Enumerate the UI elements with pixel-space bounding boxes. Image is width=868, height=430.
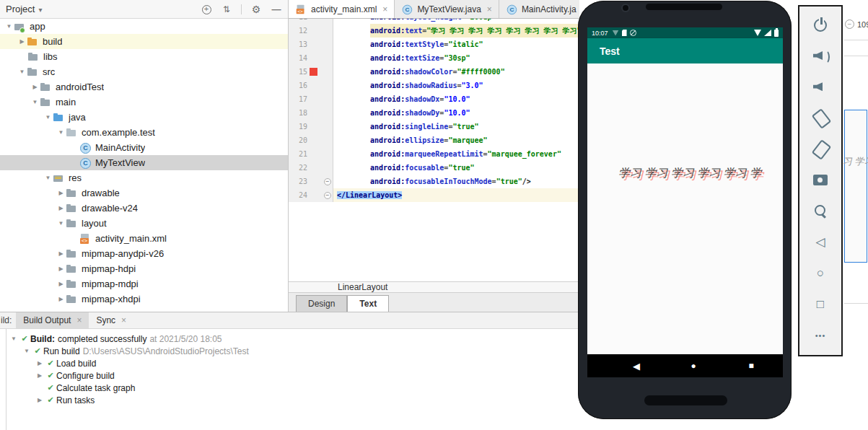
build-step-load-build[interactable]: ▶✔Load build (0, 357, 579, 369)
project-item-layout[interactable]: ▼layout (0, 216, 288, 231)
back-nav-icon[interactable]: ◀ (626, 354, 647, 377)
more-icon[interactable]: ••• (811, 326, 830, 345)
code-line-17[interactable]: 17android:shadowDx="10.0" (289, 92, 579, 106)
project-item-mipmap-mdpi[interactable]: ▶mipmap-mdpi (0, 276, 288, 291)
code-line-12[interactable]: 12android:text="学习 学习 学习 学习 学习 学习 学习 学习" (289, 24, 579, 38)
chevron-down-icon[interactable]: ▼ (30, 99, 40, 105)
rotate-left-icon[interactable] (811, 108, 830, 127)
power-icon[interactable] (811, 15, 830, 34)
camera-icon[interactable] (811, 170, 830, 189)
build-step-run-build[interactable]: ▼✔Run buildD:\Users\ASUS\AndroidStudioPr… (0, 345, 579, 357)
chevron-down-icon[interactable]: ▼ (4, 23, 14, 30)
project-item-libs[interactable]: libs (0, 49, 288, 64)
chevron-down-icon[interactable]: ▼ (22, 348, 32, 354)
breakpoint-icon[interactable] (310, 68, 317, 76)
hide-panel-icon[interactable]: — (271, 4, 282, 15)
rotate-right-icon[interactable] (811, 139, 830, 158)
project-item-mipmap-anydpi-v26[interactable]: ▶mipmap-anydpi-v26 (0, 246, 288, 261)
code-editor[interactable]: 11android:layout_height="200dp"12android… (289, 19, 579, 281)
chevron-right-icon[interactable]: ▶ (56, 266, 66, 272)
tab-activity-main-xml[interactable]: activity_main.xml× (289, 0, 395, 18)
home-nav-icon[interactable]: ● (683, 354, 704, 377)
code-line-23[interactable]: 23−android:focusableInTouchMode="true"/> (289, 175, 579, 188)
breadcrumb-item[interactable]: LinearLayout (338, 282, 387, 292)
volume-up-icon[interactable] (811, 46, 830, 65)
code-line-15[interactable]: 15android:shadowColor="#ffff0000" (289, 65, 579, 79)
code-line-14[interactable]: 14android:textSize="30sp" (289, 51, 579, 65)
chevron-down-icon[interactable]: ▼ (9, 335, 19, 342)
tab-mainactivity-ja[interactable]: MainActivity.ja× (499, 0, 579, 18)
code-line-16[interactable]: 16android:shadowRadius="3.0" (289, 79, 579, 92)
project-view-selector[interactable]: Project (6, 4, 43, 14)
project-item-res[interactable]: ▼res (0, 170, 288, 185)
project-item-drawable-v24[interactable]: ▶drawable-v24 (0, 201, 288, 216)
project-item-drawable[interactable]: ▶drawable (0, 185, 288, 201)
phone-screen[interactable]: 10:07 Test 学习 学习 学习 学习 学习 学 ◀●■ (587, 27, 783, 377)
tree-item-label: mipmap-mdpi (82, 278, 139, 289)
close-tab-icon[interactable]: × (121, 315, 126, 325)
fold-icon[interactable]: − (324, 192, 331, 199)
chevron-right-icon[interactable]: ▶ (35, 397, 45, 403)
chevron-right-icon[interactable]: ▶ (35, 360, 45, 367)
zoom-out-icon[interactable]: − (845, 19, 854, 29)
chevron-right-icon[interactable]: ▶ (17, 38, 27, 45)
chevron-down-icon[interactable]: ▼ (43, 114, 53, 120)
project-item-main[interactable]: ▼main (0, 95, 288, 110)
project-item-mipmap-hdpi[interactable]: ▶mipmap-hdpi (0, 261, 288, 276)
project-item-mainactivity[interactable]: MainActivity (0, 140, 288, 155)
code-line-18[interactable]: 18android:shadowDy="10.0" (289, 106, 579, 120)
chevron-down-icon[interactable]: ▼ (43, 175, 53, 181)
settings-icon[interactable]: ⚙ (250, 4, 262, 15)
build-step-run-tasks[interactable]: ▶✔Run tasks (0, 394, 579, 406)
project-item-java[interactable]: ▼java (0, 110, 288, 125)
code-line-21[interactable]: 21android:marqueeRepeatLimit="marquee_fo… (289, 147, 579, 161)
chevron-right-icon[interactable]: ▶ (56, 205, 66, 211)
overview-nav-icon[interactable]: ■ (740, 354, 762, 377)
locate-icon[interactable] (201, 4, 212, 15)
build-tab-build-output[interactable]: Build Output× (16, 312, 89, 328)
project-item-activity-main-xml[interactable]: activity_main.xml (0, 231, 288, 246)
view-tab-text[interactable]: Text (347, 295, 389, 312)
build-step-completed-successfully[interactable]: ▼✔Build:completed successfullyat 2021/5/… (0, 333, 579, 345)
chevron-right-icon[interactable]: ▶ (30, 84, 40, 90)
chevron-right-icon[interactable]: ▶ (56, 281, 66, 287)
collapse-all-icon[interactable]: ⇅ (221, 4, 232, 15)
build-tab-sync[interactable]: Sync× (89, 312, 133, 328)
layout-file-icon (296, 4, 306, 14)
project-item-com-example-test[interactable]: ▼com.example.test (0, 125, 288, 140)
chevron-right-icon[interactable]: ▶ (35, 372, 45, 379)
code-line-20[interactable]: 20android:ellipsize="marquee" (289, 133, 579, 147)
chevron-down-icon[interactable]: ▼ (56, 220, 66, 227)
code-line-11[interactable]: 11android:layout_height="200dp" (289, 19, 579, 24)
code-line-22[interactable]: 22android:focusable="true" (289, 161, 579, 175)
close-tab-icon[interactable]: × (76, 315, 82, 325)
chevron-down-icon[interactable]: ▼ (56, 129, 66, 136)
project-item-mytextview[interactable]: MyTextView (0, 155, 288, 170)
zoom-icon[interactable] (811, 202, 830, 221)
code-line-13[interactable]: 13android:textStyle="italic" (289, 38, 579, 51)
chevron-right-icon[interactable]: ▶ (56, 190, 66, 196)
back-icon[interactable]: ◁ (811, 233, 830, 252)
fold-icon[interactable]: − (324, 178, 331, 185)
project-item-app[interactable]: ▼app (0, 19, 288, 34)
view-tab-design[interactable]: Design (296, 295, 347, 312)
code-line-24[interactable]: 24−</LinearLayout> (289, 188, 579, 202)
build-step-configure-build[interactable]: ▶✔Configure build (0, 369, 579, 382)
overview-icon[interactable]: □ (811, 295, 830, 314)
tab-mytextview-java[interactable]: MyTextView.java× (395, 0, 499, 18)
chevron-down-icon[interactable]: ▼ (17, 69, 27, 75)
design-zoom-control[interactable]: − 109 (845, 19, 868, 29)
close-tab-icon[interactable]: × (382, 4, 387, 14)
build-step-calculate-task-graph[interactable]: ✔Calculate task graph (0, 382, 579, 394)
project-item-src[interactable]: ▼src (0, 64, 288, 79)
project-item-mipmap-xhdpi[interactable]: ▶mipmap-xhdpi (0, 291, 288, 307)
chevron-right-icon[interactable]: ▶ (56, 296, 66, 302)
project-item-androidtest[interactable]: ▶androidTest (0, 79, 288, 95)
project-item-build[interactable]: ▶build (0, 34, 288, 49)
volume-down-icon[interactable] (811, 77, 830, 96)
home-icon[interactable]: ○ (811, 264, 830, 283)
code-line-19[interactable]: 19android:singleLine="true" (289, 120, 579, 133)
close-tab-icon[interactable]: × (487, 4, 492, 14)
wifi-dim-icon (613, 30, 619, 36)
chevron-right-icon[interactable]: ▶ (56, 250, 66, 257)
